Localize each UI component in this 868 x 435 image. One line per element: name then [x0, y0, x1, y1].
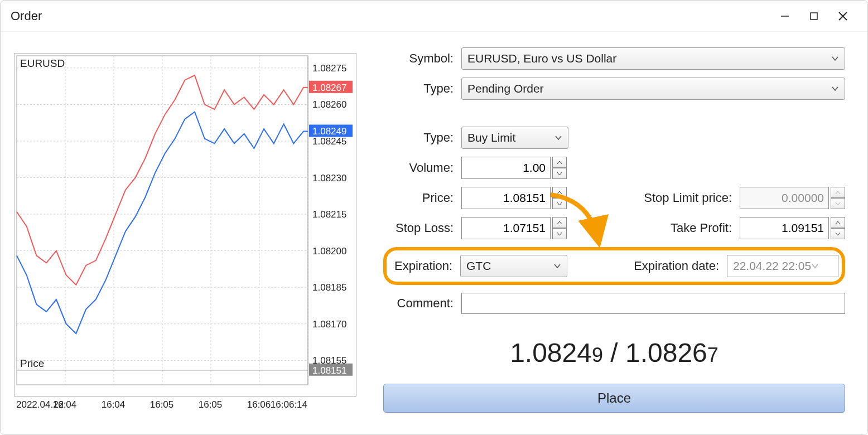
- expiration-value: GTC: [466, 259, 491, 273]
- spinner-down-icon[interactable]: [552, 198, 567, 209]
- chevron-down-icon: [831, 86, 839, 91]
- takeprofit-input[interactable]: [740, 217, 829, 239]
- pendingtype-select[interactable]: Buy Limit: [461, 127, 568, 149]
- maximize-button[interactable]: [799, 6, 828, 27]
- spinner-up-icon: [831, 187, 845, 198]
- svg-rect-1: [811, 13, 817, 20]
- chevron-down-icon: [831, 56, 839, 61]
- minimize-button[interactable]: [770, 6, 799, 27]
- volume-input[interactable]: [461, 157, 551, 179]
- svg-text:1.08185: 1.08185: [312, 282, 346, 293]
- form-panel: Symbol: EURUSD, Euro vs US Dollar Type: …: [361, 43, 856, 423]
- bid-price-last: 9: [592, 344, 603, 366]
- takeprofit-stepper[interactable]: [740, 217, 845, 239]
- pendingtype-label: Type:: [383, 130, 461, 145]
- svg-text:1.08249: 1.08249: [312, 126, 346, 137]
- chevron-down-icon: [811, 263, 819, 269]
- ordertype-select[interactable]: Pending Order: [461, 78, 845, 100]
- comment-label: Comment:: [383, 296, 461, 311]
- svg-text:1.08215: 1.08215: [312, 209, 346, 220]
- svg-text:1.08230: 1.08230: [312, 173, 346, 183]
- svg-text:1.08275: 1.08275: [312, 63, 346, 74]
- price-separator: /: [603, 338, 625, 368]
- svg-text:1.08200: 1.08200: [312, 246, 346, 257]
- bid-price-main: 1.0824: [510, 338, 592, 368]
- spinner-up-icon[interactable]: [552, 217, 567, 228]
- stoplimit-label: Stop Limit price:: [623, 191, 740, 205]
- svg-text:1.08267: 1.08267: [312, 83, 346, 93]
- price-stepper[interactable]: [461, 187, 567, 209]
- symbol-select[interactable]: EURUSD, Euro vs US Dollar: [461, 47, 845, 70]
- chart-x-axis: 2022.04.2216:0416:0416:0516:0516:0616:06…: [14, 397, 356, 412]
- close-button[interactable]: [828, 6, 857, 27]
- volume-label: Volume:: [383, 161, 461, 175]
- ask-price-last: 7: [707, 344, 718, 366]
- window-title: Order: [11, 9, 42, 23]
- spinner-down-icon[interactable]: [831, 228, 845, 239]
- spinner-up-icon[interactable]: [552, 157, 567, 168]
- ordertype-value: Pending Order: [467, 82, 544, 95]
- ask-price-main: 1.0826: [625, 338, 707, 368]
- expiration-highlight: Expiration: GTC Expiration date: 22.04.2…: [383, 247, 845, 285]
- spinner-up-icon[interactable]: [552, 187, 567, 198]
- price-input[interactable]: [461, 187, 551, 209]
- expirationdate-label: Expiration date:: [604, 259, 727, 273]
- svg-text:16:05: 16:05: [199, 399, 223, 410]
- bid-ask-display: 1.08249 / 1.08267: [383, 337, 845, 368]
- chart-panel: 1.081551.081701.081851.082001.082151.082…: [4, 43, 361, 423]
- svg-text:1.08260: 1.08260: [312, 99, 346, 110]
- svg-text:16:06: 16:06: [247, 399, 271, 410]
- expiration-select[interactable]: GTC: [460, 255, 567, 277]
- svg-text:16:04: 16:04: [102, 399, 126, 410]
- svg-text:16:06:14: 16:06:14: [271, 399, 307, 410]
- svg-text:16:05: 16:05: [150, 399, 174, 410]
- stoploss-stepper[interactable]: [461, 217, 567, 239]
- takeprofit-label: Take Profit:: [623, 221, 740, 235]
- ordertype-label: Type:: [383, 81, 461, 96]
- spinner-up-icon[interactable]: [831, 217, 845, 228]
- svg-text:16:04: 16:04: [53, 399, 77, 410]
- stoplimit-stepper: [740, 187, 845, 209]
- volume-stepper[interactable]: [461, 157, 567, 179]
- place-button[interactable]: Place: [383, 384, 845, 413]
- order-window: Order 1.081551.081701.081851.082001.0821…: [0, 0, 868, 435]
- svg-text:1.08170: 1.08170: [312, 319, 346, 330]
- price-label: Price:: [383, 191, 461, 205]
- symbol-value: EURUSD, Euro vs US Dollar: [467, 52, 616, 65]
- svg-text:1.08245: 1.08245: [312, 136, 346, 147]
- spinner-down-icon[interactable]: [552, 228, 567, 239]
- svg-text:1.08151: 1.08151: [312, 365, 346, 376]
- place-button-label: Place: [597, 390, 631, 406]
- spinner-down-icon[interactable]: [552, 168, 567, 179]
- stoploss-input[interactable]: [461, 217, 551, 239]
- pendingtype-value: Buy Limit: [467, 131, 515, 144]
- expiration-label: Expiration:: [390, 259, 460, 273]
- expirationdate-value: 22.04.22 22:05: [733, 259, 811, 273]
- spinner-down-icon: [831, 198, 845, 209]
- expirationdate-select: 22.04.22 22:05: [727, 255, 838, 277]
- chart: 1.081551.081701.081851.082001.082151.082…: [14, 53, 356, 397]
- svg-text:Price: Price: [20, 357, 44, 369]
- comment-input[interactable]: [461, 293, 845, 314]
- chevron-down-icon: [554, 135, 562, 141]
- stoplimit-input: [740, 187, 829, 209]
- svg-text:EURUSD: EURUSD: [20, 57, 65, 69]
- symbol-label: Symbol:: [383, 51, 461, 66]
- titlebar: Order: [1, 1, 867, 32]
- stoploss-label: Stop Loss:: [383, 221, 461, 235]
- chevron-down-icon: [553, 263, 561, 269]
